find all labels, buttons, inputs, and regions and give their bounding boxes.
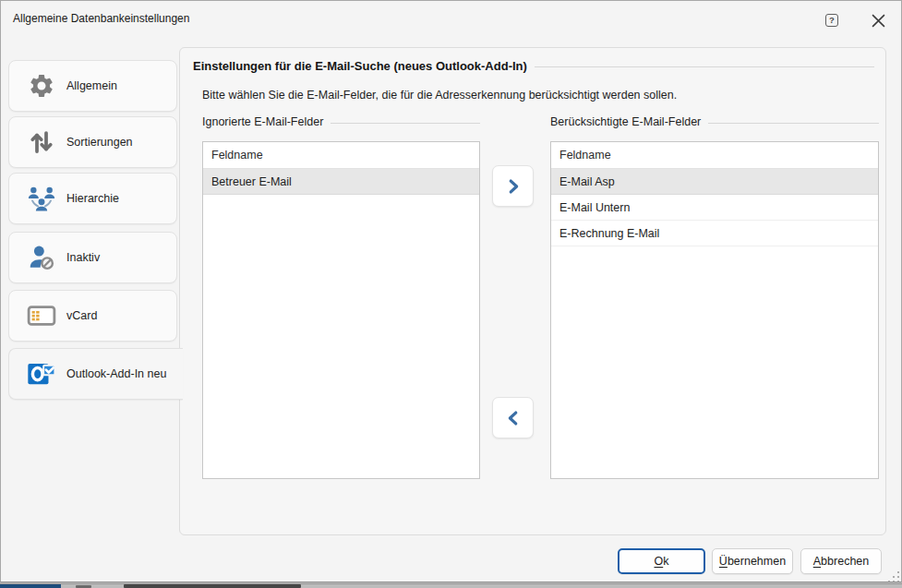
title-bar: Allgemeine Datenbankeinstellungen ?: [1, 1, 901, 38]
help-button[interactable]: ?: [822, 10, 842, 30]
resize-grip[interactable]: [888, 571, 899, 583]
ok-button[interactable]: Ok: [618, 548, 705, 574]
cancel-button-label: bbrechen: [821, 555, 869, 568]
apply-button-mnemonic: Ü: [719, 555, 728, 568]
inactive-user-icon: [27, 243, 56, 272]
sidebar-item-label: Sortierungen: [66, 136, 133, 149]
move-right-button[interactable]: [492, 165, 534, 207]
sidebar-item-label: Hierarchie: [66, 192, 119, 205]
background-window-strip: [0, 583, 902, 588]
chevron-right-icon: [504, 177, 523, 196]
sidebar-item-label: Allgemein: [66, 79, 117, 92]
group-title: Einstellungen für die E-Mail-Suche (neue…: [193, 59, 527, 73]
ok-button-mnemonic: O: [655, 555, 664, 568]
ignored-list-rule: [331, 123, 480, 124]
sidebar-item-label: vCard: [66, 309, 97, 322]
list-item-email-untern[interactable]: E-Mail Untern: [551, 195, 878, 221]
sidebar-item-vcard[interactable]: vCard: [8, 290, 177, 342]
group-header: Einstellungen für die E-Mail-Suche (neue…: [193, 59, 874, 73]
list-item-email-asp[interactable]: E-Mail Asp: [551, 169, 878, 195]
ok-button-label: k: [663, 555, 668, 568]
group-title-rule: [535, 66, 874, 67]
background-window-text-fragment: [124, 584, 301, 588]
sidebar-item-label: Outlook-Add-In neu: [66, 367, 166, 380]
sidebar-item-outlook-add-in-neu[interactable]: Outlook-Add-In neu: [8, 348, 183, 400]
sidebar-item-allgemein[interactable]: Allgemein: [8, 60, 177, 112]
screen: Allgemeine Datenbankeinstellungen ? Allg…: [0, 0, 902, 588]
considered-list-label: Berücksichtigte E-Mail-Felder: [550, 115, 701, 128]
settings-panel: Einstellungen für die E-Mail-Suche (neue…: [179, 47, 886, 535]
apply-button[interactable]: Übernehmen: [712, 548, 793, 574]
cancel-button-mnemonic: A: [813, 555, 821, 568]
vcard-icon: [27, 301, 56, 330]
help-icon: ?: [825, 14, 838, 27]
ignored-fields-list[interactable]: Feldname Betreuer E-Mail: [202, 141, 480, 479]
sidebar-item-inaktiv[interactable]: Inaktiv: [8, 232, 177, 283]
chevron-left-icon: [504, 409, 523, 427]
dialog-allgemeine-datenbankeinstellungen: Allgemeine Datenbankeinstellungen ? Allg…: [0, 0, 902, 582]
considered-fields-list[interactable]: Feldname E-Mail Asp E-Mail Untern E-Rech…: [550, 141, 879, 479]
sidebar-item-label: Inaktiv: [66, 251, 100, 264]
column-header-feldname[interactable]: Feldname: [203, 142, 479, 169]
ignored-list-caption: Ignorierte E-Mail-Felder: [202, 115, 480, 128]
move-left-button[interactable]: [492, 397, 534, 438]
background-window-blue-fragment: [0, 584, 61, 588]
sidebar-item-hierarchie[interactable]: Hierarchie: [8, 173, 177, 224]
close-button[interactable]: [865, 7, 891, 33]
window-title: Allgemeine Datenbankeinstellungen: [13, 12, 189, 25]
list-item-erechnung-email[interactable]: E-Rechnung E-Mail: [551, 221, 878, 246]
hierarchy-icon: [27, 184, 56, 213]
close-icon: [872, 14, 885, 28]
ignored-list-label: Ignorierte E-Mail-Felder: [202, 115, 323, 128]
sort-arrows-icon: [27, 127, 56, 157]
gear-icon: [27, 71, 56, 101]
outlook-icon: [27, 359, 56, 389]
apply-button-label: bernehmen: [728, 555, 786, 568]
list-item-betreuer-email[interactable]: Betreuer E-Mail: [203, 169, 479, 195]
column-header-feldname[interactable]: Feldname: [551, 142, 878, 169]
considered-list-caption: Berücksichtigte E-Mail-Felder: [550, 115, 879, 128]
cancel-button[interactable]: Abbrechen: [800, 548, 882, 574]
instruction-text: Bitte wählen Sie die E-Mail-Felder, die …: [202, 89, 677, 102]
considered-list-rule: [708, 123, 879, 124]
sidebar-item-sortierungen[interactable]: Sortierungen: [8, 116, 177, 168]
